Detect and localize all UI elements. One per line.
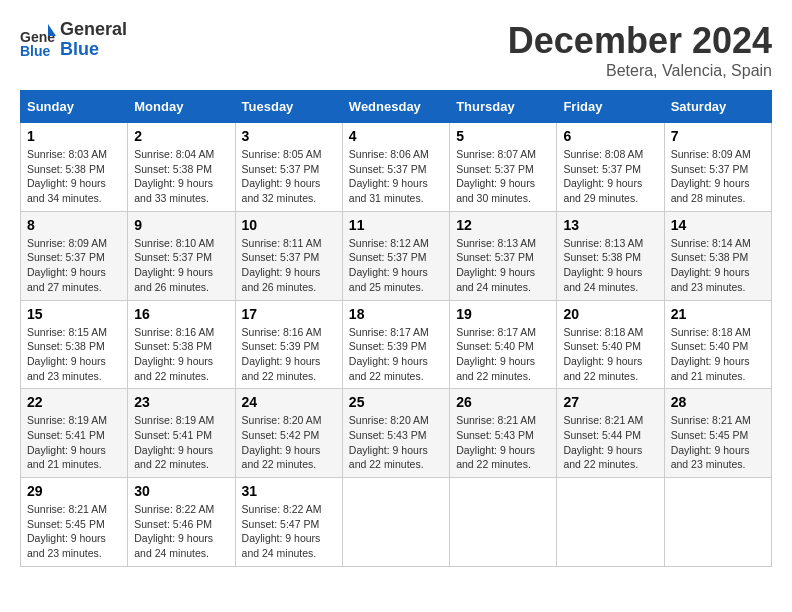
day-number: 20 bbox=[563, 306, 657, 322]
calendar-cell bbox=[664, 478, 771, 567]
day-number: 29 bbox=[27, 483, 121, 499]
calendar-cell bbox=[450, 478, 557, 567]
logo: General Blue General Blue bbox=[20, 20, 127, 60]
cell-content: Sunrise: 8:20 AMSunset: 5:42 PMDaylight:… bbox=[242, 413, 336, 472]
cell-content: Sunrise: 8:03 AMSunset: 5:38 PMDaylight:… bbox=[27, 147, 121, 206]
cell-content: Sunrise: 8:08 AMSunset: 5:37 PMDaylight:… bbox=[563, 147, 657, 206]
calendar-cell: 28Sunrise: 8:21 AMSunset: 5:45 PMDayligh… bbox=[664, 389, 771, 478]
weekday-header: Thursday bbox=[450, 91, 557, 123]
calendar-cell: 3Sunrise: 8:05 AMSunset: 5:37 PMDaylight… bbox=[235, 123, 342, 212]
calendar-cell: 8Sunrise: 8:09 AMSunset: 5:37 PMDaylight… bbox=[21, 211, 128, 300]
calendar-cell: 17Sunrise: 8:16 AMSunset: 5:39 PMDayligh… bbox=[235, 300, 342, 389]
calendar-cell: 30Sunrise: 8:22 AMSunset: 5:46 PMDayligh… bbox=[128, 478, 235, 567]
calendar-cell: 19Sunrise: 8:17 AMSunset: 5:40 PMDayligh… bbox=[450, 300, 557, 389]
day-number: 26 bbox=[456, 394, 550, 410]
calendar-cell: 25Sunrise: 8:20 AMSunset: 5:43 PMDayligh… bbox=[342, 389, 449, 478]
cell-content: Sunrise: 8:21 AMSunset: 5:45 PMDaylight:… bbox=[671, 413, 765, 472]
cell-content: Sunrise: 8:12 AMSunset: 5:37 PMDaylight:… bbox=[349, 236, 443, 295]
cell-content: Sunrise: 8:21 AMSunset: 5:45 PMDaylight:… bbox=[27, 502, 121, 561]
calendar-cell: 11Sunrise: 8:12 AMSunset: 5:37 PMDayligh… bbox=[342, 211, 449, 300]
calendar-cell: 9Sunrise: 8:10 AMSunset: 5:37 PMDaylight… bbox=[128, 211, 235, 300]
calendar-cell: 29Sunrise: 8:21 AMSunset: 5:45 PMDayligh… bbox=[21, 478, 128, 567]
cell-content: Sunrise: 8:04 AMSunset: 5:38 PMDaylight:… bbox=[134, 147, 228, 206]
day-number: 28 bbox=[671, 394, 765, 410]
cell-content: Sunrise: 8:09 AMSunset: 5:37 PMDaylight:… bbox=[671, 147, 765, 206]
day-number: 11 bbox=[349, 217, 443, 233]
cell-content: Sunrise: 8:14 AMSunset: 5:38 PMDaylight:… bbox=[671, 236, 765, 295]
calendar-cell: 13Sunrise: 8:13 AMSunset: 5:38 PMDayligh… bbox=[557, 211, 664, 300]
page-header: General Blue General Blue December 2024 … bbox=[20, 20, 772, 80]
calendar-cell: 15Sunrise: 8:15 AMSunset: 5:38 PMDayligh… bbox=[21, 300, 128, 389]
day-number: 19 bbox=[456, 306, 550, 322]
calendar-cell: 20Sunrise: 8:18 AMSunset: 5:40 PMDayligh… bbox=[557, 300, 664, 389]
cell-content: Sunrise: 8:20 AMSunset: 5:43 PMDaylight:… bbox=[349, 413, 443, 472]
weekday-header: Friday bbox=[557, 91, 664, 123]
weekday-header: Tuesday bbox=[235, 91, 342, 123]
day-number: 27 bbox=[563, 394, 657, 410]
calendar-cell: 14Sunrise: 8:14 AMSunset: 5:38 PMDayligh… bbox=[664, 211, 771, 300]
day-number: 3 bbox=[242, 128, 336, 144]
logo-icon: General Blue bbox=[20, 22, 56, 58]
cell-content: Sunrise: 8:15 AMSunset: 5:38 PMDaylight:… bbox=[27, 325, 121, 384]
calendar-cell: 1Sunrise: 8:03 AMSunset: 5:38 PMDaylight… bbox=[21, 123, 128, 212]
day-number: 10 bbox=[242, 217, 336, 233]
logo-line2: Blue bbox=[60, 40, 127, 60]
month-title: December 2024 bbox=[508, 20, 772, 62]
day-number: 1 bbox=[27, 128, 121, 144]
calendar-cell: 7Sunrise: 8:09 AMSunset: 5:37 PMDaylight… bbox=[664, 123, 771, 212]
weekday-header: Sunday bbox=[21, 91, 128, 123]
cell-content: Sunrise: 8:13 AMSunset: 5:38 PMDaylight:… bbox=[563, 236, 657, 295]
calendar-cell: 2Sunrise: 8:04 AMSunset: 5:38 PMDaylight… bbox=[128, 123, 235, 212]
calendar-cell bbox=[342, 478, 449, 567]
calendar-cell: 6Sunrise: 8:08 AMSunset: 5:37 PMDaylight… bbox=[557, 123, 664, 212]
day-number: 22 bbox=[27, 394, 121, 410]
day-number: 31 bbox=[242, 483, 336, 499]
calendar-cell: 24Sunrise: 8:20 AMSunset: 5:42 PMDayligh… bbox=[235, 389, 342, 478]
cell-content: Sunrise: 8:18 AMSunset: 5:40 PMDaylight:… bbox=[671, 325, 765, 384]
location-title: Betera, Valencia, Spain bbox=[508, 62, 772, 80]
calendar-cell: 21Sunrise: 8:18 AMSunset: 5:40 PMDayligh… bbox=[664, 300, 771, 389]
cell-content: Sunrise: 8:09 AMSunset: 5:37 PMDaylight:… bbox=[27, 236, 121, 295]
calendar-cell: 10Sunrise: 8:11 AMSunset: 5:37 PMDayligh… bbox=[235, 211, 342, 300]
day-number: 9 bbox=[134, 217, 228, 233]
cell-content: Sunrise: 8:22 AMSunset: 5:46 PMDaylight:… bbox=[134, 502, 228, 561]
calendar-cell: 26Sunrise: 8:21 AMSunset: 5:43 PMDayligh… bbox=[450, 389, 557, 478]
svg-text:Blue: Blue bbox=[20, 43, 51, 58]
day-number: 8 bbox=[27, 217, 121, 233]
day-number: 14 bbox=[671, 217, 765, 233]
day-number: 23 bbox=[134, 394, 228, 410]
cell-content: Sunrise: 8:19 AMSunset: 5:41 PMDaylight:… bbox=[134, 413, 228, 472]
calendar-cell: 12Sunrise: 8:13 AMSunset: 5:37 PMDayligh… bbox=[450, 211, 557, 300]
day-number: 6 bbox=[563, 128, 657, 144]
day-number: 12 bbox=[456, 217, 550, 233]
cell-content: Sunrise: 8:05 AMSunset: 5:37 PMDaylight:… bbox=[242, 147, 336, 206]
cell-content: Sunrise: 8:18 AMSunset: 5:40 PMDaylight:… bbox=[563, 325, 657, 384]
title-area: December 2024 Betera, Valencia, Spain bbox=[508, 20, 772, 80]
cell-content: Sunrise: 8:11 AMSunset: 5:37 PMDaylight:… bbox=[242, 236, 336, 295]
logo-line1: General bbox=[60, 20, 127, 40]
cell-content: Sunrise: 8:16 AMSunset: 5:38 PMDaylight:… bbox=[134, 325, 228, 384]
calendar-cell bbox=[557, 478, 664, 567]
day-number: 25 bbox=[349, 394, 443, 410]
day-number: 13 bbox=[563, 217, 657, 233]
weekday-header: Wednesday bbox=[342, 91, 449, 123]
weekday-header: Monday bbox=[128, 91, 235, 123]
weekday-header: Saturday bbox=[664, 91, 771, 123]
day-number: 15 bbox=[27, 306, 121, 322]
calendar-cell: 23Sunrise: 8:19 AMSunset: 5:41 PMDayligh… bbox=[128, 389, 235, 478]
cell-content: Sunrise: 8:16 AMSunset: 5:39 PMDaylight:… bbox=[242, 325, 336, 384]
day-number: 21 bbox=[671, 306, 765, 322]
day-number: 7 bbox=[671, 128, 765, 144]
day-number: 24 bbox=[242, 394, 336, 410]
calendar-table: SundayMondayTuesdayWednesdayThursdayFrid… bbox=[20, 90, 772, 567]
day-number: 30 bbox=[134, 483, 228, 499]
cell-content: Sunrise: 8:10 AMSunset: 5:37 PMDaylight:… bbox=[134, 236, 228, 295]
calendar-cell: 18Sunrise: 8:17 AMSunset: 5:39 PMDayligh… bbox=[342, 300, 449, 389]
day-number: 18 bbox=[349, 306, 443, 322]
day-number: 2 bbox=[134, 128, 228, 144]
calendar-cell: 5Sunrise: 8:07 AMSunset: 5:37 PMDaylight… bbox=[450, 123, 557, 212]
calendar-cell: 22Sunrise: 8:19 AMSunset: 5:41 PMDayligh… bbox=[21, 389, 128, 478]
cell-content: Sunrise: 8:22 AMSunset: 5:47 PMDaylight:… bbox=[242, 502, 336, 561]
calendar-cell: 4Sunrise: 8:06 AMSunset: 5:37 PMDaylight… bbox=[342, 123, 449, 212]
cell-content: Sunrise: 8:21 AMSunset: 5:44 PMDaylight:… bbox=[563, 413, 657, 472]
